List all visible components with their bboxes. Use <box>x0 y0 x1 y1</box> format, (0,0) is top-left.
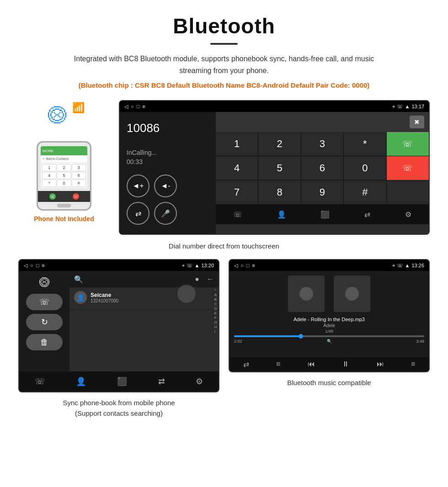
keypad-7[interactable]: 7 <box>216 180 258 204</box>
contacts-main-area: 🔍 ● ← * A B C D E <box>69 271 219 371</box>
music-playlist-icon[interactable]: ≡ <box>276 360 280 369</box>
page-title: Bluetooth <box>18 14 430 38</box>
music-home-icon[interactable]: ○ <box>240 263 244 268</box>
bt-cursor <box>177 285 196 303</box>
music-progress-bar[interactable] <box>234 335 424 337</box>
phone-key-1[interactable]: 1 <box>42 164 56 171</box>
phone-illustration: 📶 ⨷ MORE + Add to Contacts 1 2 <box>18 100 110 222</box>
album-circle-2 <box>345 287 359 301</box>
keypad-2[interactable]: 2 <box>258 132 300 156</box>
recents-nav-icon[interactable]: □ <box>137 104 140 109</box>
music-notif-icon: ≡ <box>252 263 255 268</box>
volume-up-button[interactable]: ◄+ <box>127 175 149 197</box>
phone-keypad: 1 2 3 4 5 6 * 0 # <box>41 163 87 188</box>
backspace-icon: ✖ <box>414 118 420 126</box>
nav-calls-icon[interactable]: ☏ <box>233 210 242 219</box>
keypad-3[interactable]: 3 <box>301 132 343 156</box>
phone-key-2[interactable]: 2 <box>57 164 71 171</box>
contacts-nav-settings[interactable]: ⚙ <box>196 376 203 386</box>
music-prev-icon[interactable]: ⏮ <box>308 360 315 369</box>
transfer-button[interactable]: ⇄ <box>127 202 149 225</box>
contact-row[interactable]: 👤 Seicane 13241007000 <box>69 287 219 308</box>
contacts-content-area: ⨷ ☏ ↻ 🗑 🔍 <box>19 271 219 371</box>
nav-contacts-icon[interactable]: 👤 <box>277 210 286 219</box>
keypad-9[interactable]: 9 <box>301 180 343 204</box>
nav-transfer-icon[interactable]: ⇄ <box>364 210 370 219</box>
dial-input-row: ✖ <box>216 112 429 132</box>
phone-key-6[interactable]: 6 <box>72 172 86 179</box>
phone-home-button[interactable] <box>57 204 71 207</box>
keypad-5[interactable]: 5 <box>258 156 300 180</box>
phone-sidebar-pill[interactable]: ☏ <box>26 294 63 310</box>
music-eq-icon[interactable]: ≡ <box>411 360 415 369</box>
contacts-recents-icon[interactable]: □ <box>36 263 39 268</box>
contacts-status-time: 13:20 <box>201 263 214 268</box>
album-circle-1 <box>299 287 313 301</box>
sync-sidebar-pill[interactable]: ↻ <box>26 314 63 330</box>
microphone-icon: 🎤 <box>161 209 170 218</box>
music-recents-icon[interactable]: □ <box>246 263 250 268</box>
keypad-6[interactable]: 6 <box>301 156 343 180</box>
phone-answer-button[interactable]: ☏ <box>49 193 56 200</box>
contact-number: 13241007000 <box>91 298 214 303</box>
phone-key-star[interactable]: * <box>42 180 56 187</box>
music-status-time: 13:26 <box>411 263 424 268</box>
phone-key-5[interactable]: 5 <box>57 172 71 179</box>
phone-add-contact-row: + Add to Contacts <box>41 155 87 163</box>
contacts-home-icon[interactable]: ○ <box>30 263 33 268</box>
contacts-back-icon[interactable]: ◁ <box>24 263 27 269</box>
dial-caption: Dial number direct from touchscreen <box>18 242 430 250</box>
phone-key-hash[interactable]: # <box>72 180 86 187</box>
dial-controls: ◄+ ◄- ⇄ 🎤 <box>127 175 209 225</box>
contacts-nav-contacts[interactable]: 👤 <box>76 376 86 386</box>
end-call-button[interactable]: ☏ <box>387 156 429 180</box>
dial-status-bar: ◁ ○ □ ≡ ⌖ ☏ ▲ 13:17 <box>120 101 429 112</box>
keypad-1[interactable]: 1 <box>216 132 258 156</box>
keypad-hash[interactable]: # <box>344 180 386 204</box>
contacts-nav-transfer[interactable]: ⇄ <box>158 376 165 386</box>
phone-key-3[interactable]: 3 <box>72 164 86 171</box>
keypad-star[interactable]: * <box>344 132 386 156</box>
keypad-0[interactable]: 0 <box>344 156 386 180</box>
home-nav-icon[interactable]: ○ <box>131 104 134 109</box>
music-status-right: ⌖ ☏ ▲ 13:26 <box>392 263 424 269</box>
contacts-caption-line1: Sync phone-book from mobile phone <box>63 399 175 407</box>
back-arrow-icon[interactable]: ← <box>207 275 214 283</box>
phone-key-4[interactable]: 4 <box>42 172 56 179</box>
transfer-icon: ⇄ <box>135 209 141 218</box>
volume-down-button[interactable]: ◄- <box>154 175 177 197</box>
phone-screen: MORE + Add to Contacts 1 2 3 4 5 6 * <box>41 146 87 188</box>
backspace-button[interactable]: ✖ <box>410 116 424 128</box>
music-time-current: 2:02 <box>234 339 242 344</box>
contacts-call-icon: ☏ <box>187 263 193 269</box>
music-play-pause-icon[interactable]: ⏸ <box>342 360 349 369</box>
contacts-search-bar: 🔍 ● ← <box>69 271 219 287</box>
microphone-button[interactable]: 🎤 <box>154 202 177 225</box>
music-search-icon[interactable]: 🔍 <box>327 339 332 344</box>
music-shuffle-icon[interactable]: ⇄ <box>243 360 249 369</box>
contacts-nav-calls[interactable]: ☏ <box>35 376 45 386</box>
alphabet-index: * A B C D E F G H I <box>213 287 219 334</box>
phone-end-button[interactable]: ☏ <box>73 193 79 200</box>
keypad-empty <box>387 180 429 204</box>
phone-bottom-bar: ☏ ☏ <box>38 191 90 202</box>
phone-key-0[interactable]: 0 <box>57 180 71 187</box>
delete-sidebar-pill[interactable]: 🗑 <box>26 334 63 350</box>
keypad-4[interactable]: 4 <box>216 156 258 180</box>
contacts-nav-bar: ☏ 👤 ⬛ ⇄ ⚙ <box>19 371 219 392</box>
nav-keypad-icon[interactable]: ⬛ <box>320 210 330 219</box>
contacts-nav-keypad[interactable]: ⬛ <box>117 376 127 386</box>
music-wifi-icon: ▲ <box>405 263 410 268</box>
keypad-grid: 1 2 3 * ☏ 4 5 6 0 ☏ 7 8 9 # <box>216 132 429 204</box>
keypad-8[interactable]: 8 <box>258 180 300 204</box>
nav-settings-icon[interactable]: ⚙ <box>405 210 411 219</box>
music-back-icon[interactable]: ◁ <box>234 263 238 269</box>
music-time-row: 2:02 🔍 3:49 <box>234 339 424 344</box>
dial-left-panel: 10086 InCalling... 00:33 ◄+ ◄- <box>120 112 216 234</box>
music-progress-fill <box>234 335 301 337</box>
answer-call-button[interactable]: ☏ <box>387 132 429 156</box>
back-nav-icon[interactable]: ◁ <box>124 104 128 110</box>
volume-down-icon: ◄- <box>160 182 170 190</box>
music-next-icon[interactable]: ⏭ <box>377 360 384 369</box>
title-divider <box>210 43 238 45</box>
